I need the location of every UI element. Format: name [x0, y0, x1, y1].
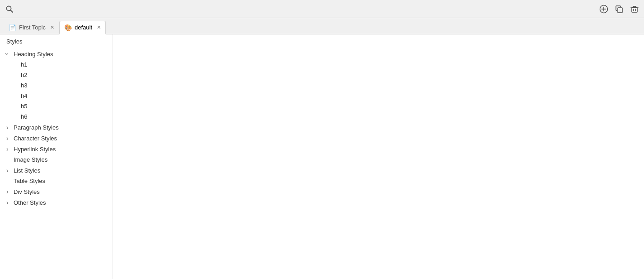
hyperlink-styles-label: Hyperlink Styles [14, 146, 106, 153]
tab-first-topic[interactable]: 📄 First Topic ✕ [4, 20, 59, 34]
add-icon[interactable] [599, 4, 609, 14]
toolbar [0, 0, 644, 18]
h3-label: h3 [21, 82, 27, 89]
sidebar-item-other-styles[interactable]: Other Styles [0, 197, 113, 208]
heading-styles-chevron [6, 50, 14, 58]
first-topic-close[interactable]: ✕ [50, 25, 54, 30]
sidebar-child-h6[interactable]: h6 [0, 111, 113, 122]
sidebar-header: Styles [0, 34, 113, 48]
sidebar-item-image-styles[interactable]: Image Styles [0, 154, 113, 165]
main-layout: Styles Heading Styles h1 h2 h3 h4 h5 h6 … [0, 34, 644, 279]
h2-label: h2 [21, 72, 27, 78]
div-styles-chevron [6, 188, 14, 195]
sidebar-item-paragraph-styles[interactable]: Paragraph Styles [0, 122, 113, 133]
h6-label: h6 [21, 113, 27, 120]
sidebar: Styles Heading Styles h1 h2 h3 h4 h5 h6 … [0, 34, 113, 279]
sidebar-item-heading-styles[interactable]: Heading Styles [0, 48, 113, 59]
default-icon: 🎨 [64, 24, 72, 31]
sidebar-child-h4[interactable]: h4 [0, 91, 113, 101]
sidebar-item-list-styles[interactable]: List Styles [0, 165, 113, 176]
paragraph-styles-chevron [6, 124, 14, 131]
toolbar-center [599, 4, 639, 14]
toolbar-left [5, 4, 14, 14]
default-label: default [75, 24, 92, 31]
h4-label: h4 [21, 92, 27, 99]
search-icon[interactable] [5, 4, 14, 14]
copy-icon[interactable] [614, 4, 624, 14]
sidebar-child-h1[interactable]: h1 [0, 59, 113, 70]
other-styles-chevron [6, 199, 14, 206]
tab-bar: 📄 First Topic ✕ 🎨 default ✕ [0, 18, 644, 34]
sidebar-item-div-styles[interactable]: Div Styles [0, 186, 113, 197]
other-styles-label: Other Styles [14, 199, 106, 206]
content-area [113, 34, 644, 279]
sidebar-child-h3[interactable]: h3 [0, 80, 113, 91]
heading-styles-label: Heading Styles [14, 51, 106, 58]
sidebar-child-h5[interactable]: h5 [0, 101, 113, 111]
sidebar-item-character-styles[interactable]: Character Styles [0, 133, 113, 144]
list-styles-chevron [6, 167, 14, 174]
delete-icon[interactable] [630, 4, 639, 14]
svg-rect-6 [632, 8, 637, 12]
first-topic-label: First Topic [19, 24, 46, 31]
character-styles-label: Character Styles [14, 135, 106, 142]
table-styles-label: Table Styles [14, 178, 106, 184]
hyperlink-styles-chevron [6, 145, 14, 153]
sidebar-item-hyperlink-styles[interactable]: Hyperlink Styles [0, 144, 113, 154]
tab-default[interactable]: 🎨 default ✕ [59, 21, 106, 34]
image-styles-label: Image Styles [14, 156, 106, 163]
default-close[interactable]: ✕ [97, 25, 101, 30]
sidebar-item-table-styles[interactable]: Table Styles [0, 176, 113, 186]
paragraph-styles-label: Paragraph Styles [14, 124, 106, 131]
character-styles-chevron [6, 135, 14, 142]
h5-label: h5 [21, 103, 27, 110]
div-styles-label: Div Styles [14, 188, 106, 195]
h1-label: h1 [21, 61, 27, 68]
svg-line-1 [11, 10, 13, 12]
svg-rect-5 [618, 8, 622, 13]
first-topic-icon: 📄 [9, 24, 16, 31]
sidebar-child-h2[interactable]: h2 [0, 70, 113, 80]
list-styles-label: List Styles [14, 167, 106, 174]
